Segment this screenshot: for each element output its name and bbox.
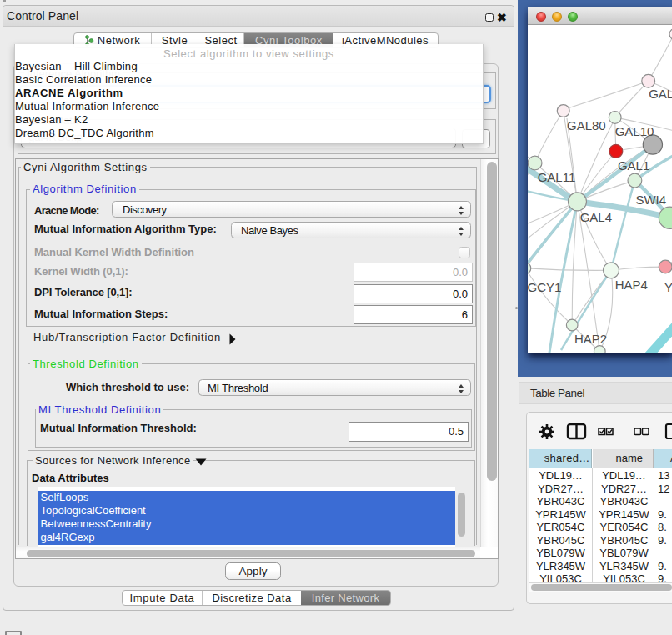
svg-text:HAP4: HAP4 xyxy=(615,278,648,292)
svg-text:GAL80: GAL80 xyxy=(567,118,606,132)
svg-text:GAL1: GAL1 xyxy=(618,158,649,172)
svg-text:GAL10: GAL10 xyxy=(615,124,654,138)
svg-text:GAL7: GAL7 xyxy=(649,87,672,101)
svg-text:YM: YM xyxy=(664,280,672,294)
svg-text:HAP2: HAP2 xyxy=(574,332,607,346)
svg-text:SWI4: SWI4 xyxy=(635,192,666,207)
svg-text:GAL4: GAL4 xyxy=(580,210,612,224)
svg-text:GAL11: GAL11 xyxy=(538,170,576,184)
svg-text:GCY1: GCY1 xyxy=(528,280,561,294)
